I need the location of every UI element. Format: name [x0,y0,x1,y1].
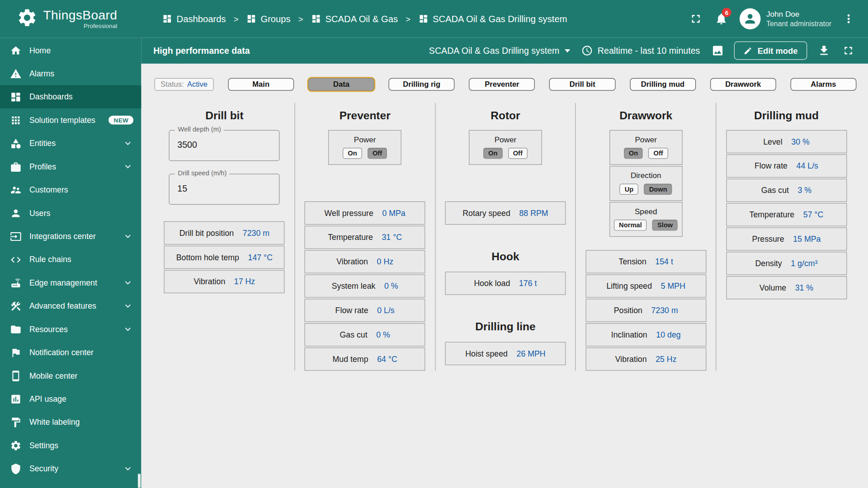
chevron-down-icon [123,231,133,242]
sidebar-item-white-labeling[interactable]: White labeling [0,411,141,434]
reading-row-flow-rate: Flow rate0 L/s [305,299,425,322]
breadcrumb-item-dashboards[interactable]: Dashboards [162,14,226,24]
toggle-option-power-on[interactable]: On [624,148,643,159]
sidebar-item-advanced-features[interactable]: Advanced features [0,294,141,317]
kebab-icon [842,12,855,25]
chevron-down-icon [123,277,133,288]
avatar[interactable] [740,8,761,29]
sidebar-item-solution-templates[interactable]: Solution templatesNEW [0,108,141,131]
sidebar-item-security[interactable]: Security [0,457,141,480]
sidebar-scrollbar[interactable] [138,474,141,488]
toggle-option-speed-slow[interactable]: Slow [652,220,678,230]
sidebar-item-notification-center[interactable]: Notification center [0,341,141,364]
sidebar-item-entities[interactable]: Entities [0,131,141,155]
brand-name: ThingsBoard [43,9,118,22]
download-button[interactable] [813,40,835,62]
breadcrumb-label: SCADA Oil & Gas Drilling system [433,14,567,24]
readings-card: Hook load176 t [445,272,566,295]
dashboards-icon [311,14,321,24]
status-value: Active [187,80,208,89]
dashboard-select-label: SCADA Oil & Gas Drilling system [429,46,560,56]
reading-label: Level [763,137,782,146]
reading-row-bottom-hole-temp: Bottom hole temp147 °C [164,246,285,269]
gear-icon [10,440,22,451]
dashboard-select[interactable]: SCADA Oil & Gas Drilling system [429,46,570,56]
toggles-group: PowerOnOffDirectionUpDownSpeedNormalSlow [578,130,714,237]
toggle-option-direction-down[interactable]: Down [644,184,672,195]
sidebar-item-alarms[interactable]: Alarms [0,62,141,85]
input-value[interactable]: 15 [170,174,279,194]
sidebar-item-label: Alarms [29,69,54,78]
toggle-option-power-on[interactable]: On [483,148,502,159]
sidebar-item-users[interactable]: Users [0,202,141,225]
section-title: Drill bit [157,109,292,122]
input-drill-speed-m-h[interactable]: Drill speed (m/h)15 [169,174,280,205]
reading-value: 26 MPH [517,349,546,358]
thingsboard-logo[interactable]: ThingsBoard Professional [0,7,141,30]
state-button-drilling-mud[interactable]: Drilling mud [630,78,696,91]
reading-value: 1 g/cm³ [791,259,817,268]
sidebar-item-api-usage[interactable]: API usage [0,387,141,410]
sidebar-item-rule-chains[interactable]: Rule chains [0,248,141,271]
toggle-option-power-off[interactable]: Off [368,148,387,159]
fullscreen-button[interactable] [684,7,708,30]
toggle-option-power-on[interactable]: On [343,148,362,159]
reading-row-gas-cut: Gas cut0 % [305,323,425,346]
sidebar-item-customers[interactable]: Customers [0,178,141,201]
reading-value: 7230 m [651,306,678,315]
edit-mode-button[interactable]: Edit mode [734,42,807,60]
chevron-down-icon [564,49,570,52]
breadcrumb-label: SCADA Oil & Gas [326,14,398,24]
state-button-drilling-rig[interactable]: Drilling rig [389,78,455,91]
sidebar-item-resources[interactable]: Resources [0,318,141,341]
smartphone-icon [10,370,22,382]
reading-label: Lifting speed [606,282,652,291]
breadcrumb-label: Groups [260,14,290,24]
toggle-option-direction-up[interactable]: Up [620,184,639,195]
section-hook: HookHook load176 t [438,250,573,295]
reading-label: Tension [619,257,646,266]
toggle-option-power-off[interactable]: Off [648,148,668,159]
breadcrumb-item-scada-oil-gas[interactable]: SCADA Oil & Gas [311,14,398,24]
brand-subtitle: Professional [84,23,117,29]
gear-icon [17,7,38,28]
reading-value: 30 % [791,137,809,146]
reading-row-vibration: Vibration25 Hz [585,347,706,371]
section-drilling-mud: Drilling mudLevel30 %Flow rate44 L/sGas … [719,109,854,299]
input-well-depth-m[interactable]: Well depth (m)3500 [169,130,280,161]
image-button[interactable] [707,40,729,62]
state-button-preventer[interactable]: Preventer [469,78,535,91]
toggle-option-speed-normal[interactable]: Normal [614,220,647,230]
reading-row-tension: Tension154 t [585,250,706,273]
sidebar-item-settings[interactable]: Settings [0,434,141,457]
state-button-alarms[interactable]: Alarms [790,78,856,91]
sidebar-item-profiles[interactable]: Profiles [0,155,141,178]
section-preventer: PreventerPowerOnOffWell pressure0 MPaTem… [297,109,433,371]
more-menu-button[interactable] [837,7,860,30]
sidebar-item-mobile-center[interactable]: Mobile center [0,364,141,387]
fullscreen-icon [689,12,703,25]
reading-value: 88 RPM [519,209,548,218]
breadcrumb-item-groups[interactable]: Groups [246,14,291,24]
state-button-drill-bit[interactable]: Drill bit [549,78,615,91]
sidebar-item-edge-management[interactable]: Edge management [0,271,141,294]
dashboard-fullscreen-button[interactable] [837,40,859,62]
status-chip: Status: Active [155,78,214,91]
dashboard-state-title: High performance data [153,46,250,56]
toggle-option-power-off[interactable]: Off [508,148,528,159]
dashboards-icon [418,14,428,24]
reading-value: 176 t [519,279,537,288]
notifications-button[interactable]: 6 [710,7,733,30]
sidebar-item-integrations-center[interactable]: Integrations center [0,225,141,248]
input-value[interactable]: 3500 [170,131,279,150]
panel-column-drilling-mud: Drilling mudLevel30 %Flow rate44 L/sGas … [716,103,856,371]
breadcrumb-item-scada-oil-gas-drilling-system[interactable]: SCADA Oil & Gas Drilling system [418,14,567,24]
state-button-main[interactable]: Main [228,78,294,91]
toggle-group-label: Speed [613,207,679,216]
sidebar-item-home[interactable]: Home [0,39,141,62]
edit-mode-label: Edit mode [758,46,798,56]
sidebar-item-dashboards[interactable]: Dashboards [0,85,141,108]
state-button-data[interactable]: Data [308,78,374,91]
time-window-button[interactable]: Realtime - last 10 minutes [581,45,700,56]
state-button-drawwork[interactable]: Drawwork [710,78,776,91]
